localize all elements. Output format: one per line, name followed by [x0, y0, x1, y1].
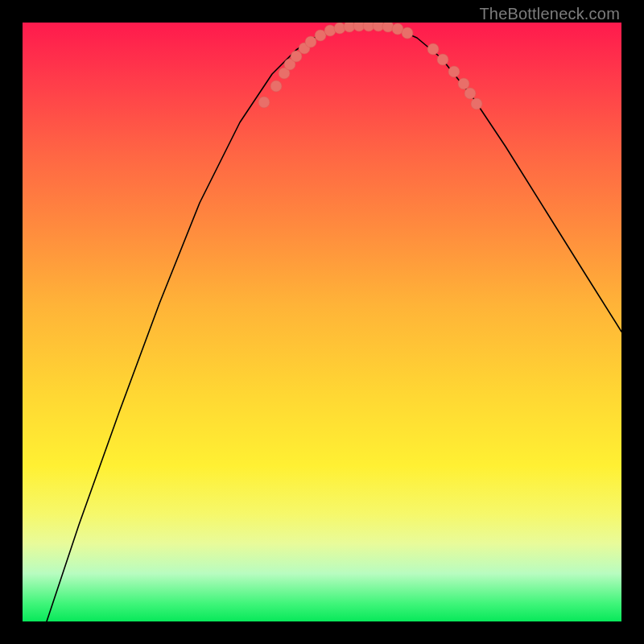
- data-dot: [334, 23, 345, 34]
- data-dot: [353, 23, 365, 31]
- data-dot: [464, 88, 476, 99]
- data-dot: [448, 66, 460, 77]
- data-dot: [363, 23, 374, 31]
- data-dot: [270, 80, 282, 92]
- data-dot: [305, 36, 316, 47]
- plot-area: [23, 23, 621, 621]
- data-dot: [402, 27, 413, 39]
- dots-group: [258, 23, 482, 109]
- bottleneck-curve: [47, 26, 621, 621]
- data-dot: [324, 25, 336, 36]
- chart-svg: [23, 23, 621, 621]
- data-dot: [382, 23, 394, 32]
- watermark-text: TheBottleneck.com: [479, 5, 620, 23]
- chart-frame: TheBottleneck.com: [0, 0, 644, 644]
- data-dot: [258, 97, 270, 108]
- data-dot: [471, 98, 482, 109]
- data-dot: [458, 78, 469, 89]
- curve-group: [47, 26, 621, 621]
- data-dot: [437, 54, 448, 65]
- data-dot: [344, 23, 355, 32]
- data-dot: [427, 43, 439, 55]
